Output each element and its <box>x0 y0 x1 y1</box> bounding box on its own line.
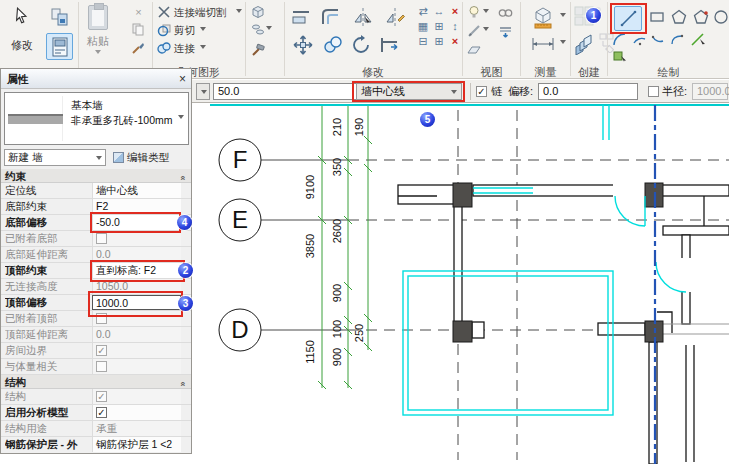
row-value[interactable]: 承重 <box>92 421 181 436</box>
underlay-icon[interactable] <box>496 22 514 40</box>
temporary-hide-isolate-icon[interactable] <box>466 4 482 20</box>
drawing-area[interactable]: 9100 3850 1150 210 350 2600 900 100 900 … <box>192 103 729 464</box>
join-end-cut-icon[interactable] <box>156 4 171 19</box>
dimension-text[interactable]: 9100 3850 1150 210 350 2600 900 100 900 … <box>304 118 365 366</box>
existing-walls-halftone[interactable] <box>663 324 729 334</box>
draw-arc-fillet-tool[interactable] <box>669 32 686 47</box>
copy-tool[interactable] <box>320 32 346 58</box>
row-value[interactable]: ✓ <box>92 389 181 404</box>
collapse-icon[interactable]: « <box>175 381 189 386</box>
row-value[interactable]: 钢筋保护层 1 <2 <box>92 437 181 452</box>
mirror-draw-axis-tool[interactable] <box>382 4 408 30</box>
close-icon[interactable]: × <box>179 69 186 89</box>
checkbox[interactable]: ✓ <box>96 407 107 418</box>
mirror-pick-axis-tool[interactable] <box>350 4 376 30</box>
trim-extend-tool[interactable] <box>376 32 402 58</box>
draw-pick-lines-tool[interactable] <box>690 32 708 47</box>
rotate-tool[interactable] <box>348 32 374 58</box>
type-selector[interactable]: 基本墙 非承重多孔砖-100mm <box>4 92 189 145</box>
row-value[interactable]: 1000.0 <box>92 295 181 310</box>
hide-dropdown[interactable] <box>483 9 489 13</box>
draw-arc-tangent-tool[interactable] <box>650 32 667 47</box>
doors-cyan[interactable] <box>615 196 686 292</box>
checkbox[interactable] <box>96 361 107 372</box>
split-element-icon[interactable]: ⇄ <box>416 5 430 18</box>
row-value[interactable] <box>92 231 181 246</box>
checkbox[interactable] <box>96 313 107 324</box>
radius-field[interactable]: 1000.0 <box>692 83 728 100</box>
cut-profile-icon[interactable] <box>466 42 482 57</box>
row-value[interactable]: 1050.0 <box>92 279 181 294</box>
linework-icon[interactable] <box>466 23 482 39</box>
align-tool[interactable] <box>288 4 314 30</box>
modify-select-button[interactable] <box>10 4 34 28</box>
checkbox[interactable]: ✓ <box>96 391 107 402</box>
cut-geometry-label[interactable]: 剪切 <box>174 24 195 38</box>
row-value[interactable]: 0.0 <box>92 327 181 342</box>
dimension-lines[interactable] <box>318 106 372 389</box>
options-value-field[interactable]: 50.0 <box>213 83 366 100</box>
cope-icon[interactable] <box>250 22 266 37</box>
row-value[interactable]: ✓ <box>92 405 181 420</box>
delete-icon[interactable]: × <box>448 35 462 48</box>
row-value[interactable]: ✓ <box>92 343 181 358</box>
draw-arc-center-ends-tool[interactable] <box>631 32 648 47</box>
demolish-hammer-icon[interactable] <box>250 42 266 57</box>
structural-columns[interactable] <box>453 183 663 342</box>
paste-button[interactable] <box>86 4 110 31</box>
section-structural[interactable]: 结构« <box>1 375 191 389</box>
array-icon[interactable]: ▦ <box>416 20 430 33</box>
checkbox[interactable] <box>96 233 107 244</box>
draw-pick-face-tool[interactable] <box>612 49 629 63</box>
draw-inscribed-polygon-tool[interactable] <box>670 8 688 26</box>
unpin-icon[interactable]: × <box>448 5 462 18</box>
reveal-hidden-icon[interactable] <box>496 4 514 20</box>
draw-rectangle-tool[interactable] <box>648 8 666 26</box>
linework-dropdown[interactable] <box>483 27 489 31</box>
row-value[interactable] <box>92 311 181 326</box>
row-value[interactable]: 墙中心线 <box>92 183 181 198</box>
new-walls-cyan[interactable] <box>403 105 613 415</box>
row-value[interactable] <box>92 359 181 374</box>
measure-dropdown[interactable] <box>560 13 566 17</box>
properties-toggle-button[interactable] <box>46 33 73 60</box>
row-value[interactable]: 直到标高: F2 <box>92 263 181 278</box>
paste-dropdown[interactable] <box>94 48 102 56</box>
row-value[interactable]: 0.0 <box>92 247 181 262</box>
draw-circumscribed-polygon-tool[interactable] <box>692 8 710 26</box>
wall-opening-icon[interactable] <box>250 4 266 19</box>
edit-type-button[interactable]: 编辑类型 <box>113 149 189 166</box>
join-geometry-label[interactable]: 连接 <box>174 42 195 56</box>
collapse-icon[interactable]: « <box>175 175 189 180</box>
match-type-button[interactable] <box>46 3 73 30</box>
align-multi-icon[interactable]: ⊟ <box>416 35 430 48</box>
cut-icon[interactable]: × <box>131 5 146 19</box>
copy-icon[interactable] <box>131 22 146 36</box>
join-end-cut-dropdown[interactable] <box>236 9 242 13</box>
radius-checkbox[interactable] <box>648 86 659 97</box>
cut-geometry-icon[interactable] <box>156 22 171 37</box>
split-with-gap-icon[interactable]: ↔ <box>432 5 446 18</box>
match-properties-brush-icon[interactable] <box>131 40 146 54</box>
instance-selector[interactable]: 新建 墙 <box>4 149 106 166</box>
pin-icon[interactable]: ↕ <box>448 20 462 33</box>
checkbox[interactable]: ✓ <box>96 345 107 356</box>
draw-line-tool[interactable] <box>614 6 642 31</box>
type-quick-dropdown[interactable] <box>196 83 210 100</box>
row-value[interactable]: -50.0 <box>92 215 181 230</box>
offset-tool[interactable] <box>318 4 344 30</box>
move-tool[interactable] <box>290 32 316 58</box>
draw-circle-tool[interactable] <box>712 8 729 26</box>
draw-arc-start-end-tool[interactable] <box>612 32 629 47</box>
join-geometry-icon[interactable] <box>156 40 171 55</box>
cope-dropdown[interactable] <box>266 26 272 30</box>
offset-multi-icon[interactable]: ⊞ <box>432 35 446 48</box>
row-value[interactable]: F2 <box>92 199 181 214</box>
cut-geometry-dropdown[interactable] <box>200 27 206 31</box>
location-line-dropdown[interactable]: 墙中心线 <box>356 83 462 100</box>
type-selector-dropdown-icon[interactable] <box>178 115 184 119</box>
scale-icon[interactable]: ⊞ <box>432 20 446 33</box>
section-constraints[interactable]: 约束« <box>1 169 191 183</box>
join-geometry-dropdown[interactable] <box>200 45 206 49</box>
dimension-tool[interactable] <box>528 34 558 54</box>
